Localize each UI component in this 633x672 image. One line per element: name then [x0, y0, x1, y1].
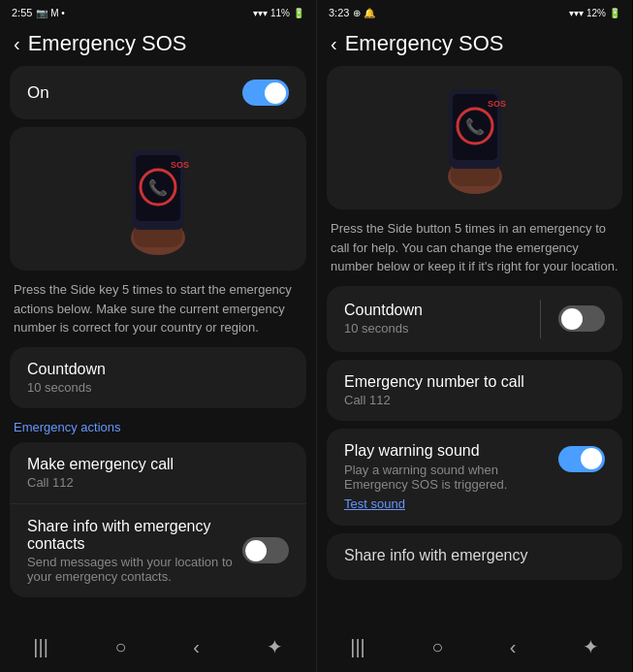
- share-emergency-title: Share info with emergency: [344, 547, 605, 564]
- share-info-title: Share info with emergency contacts: [27, 518, 242, 553]
- icons-left: 📷 M •: [36, 8, 64, 18]
- header-right: ‹ Emergency SOS: [317, 23, 632, 66]
- on-label: On: [27, 83, 49, 103]
- emergency-number-title: Emergency number to call: [344, 373, 605, 391]
- on-toggle-row[interactable]: On: [10, 66, 306, 119]
- emergency-call-sub: Call 112: [27, 475, 289, 490]
- on-toggle[interactable]: [242, 80, 289, 106]
- nav-assist-right[interactable]: ✦: [583, 635, 599, 658]
- test-sound-link[interactable]: Test sound: [344, 496, 405, 511]
- countdown-card-right[interactable]: Countdown 10 seconds: [327, 286, 622, 352]
- right-phone-panel: 3:23 ⊕ 🔔 ▾▾▾ 12% 🔋 ‹ Emergency SOS 📞 SOS: [316, 0, 632, 672]
- play-warning-toggle[interactable]: [558, 446, 605, 472]
- play-warning-sub: Play a warning sound when Emergency SOS …: [344, 463, 551, 492]
- nav-home-right[interactable]: ○: [431, 636, 443, 658]
- nav-back-left[interactable]: ‹: [193, 636, 200, 658]
- nav-recent-left[interactable]: |||: [33, 636, 48, 658]
- countdown-title-right: Countdown: [344, 302, 423, 319]
- nav-home-left[interactable]: ○: [115, 636, 127, 658]
- emergency-call-item[interactable]: Make emergency call Call 112: [10, 442, 306, 504]
- emergency-call-title: Make emergency call: [27, 456, 289, 473]
- header-left: ‹ Emergency SOS: [0, 23, 316, 66]
- countdown-card-left[interactable]: Countdown 10 seconds: [10, 347, 306, 408]
- play-warning-card: Play warning sound Play a warning sound …: [327, 429, 622, 526]
- share-emergency-card[interactable]: Share info with emergency: [327, 533, 622, 580]
- countdown-divider: [540, 300, 541, 338]
- svg-text:SOS: SOS: [488, 99, 506, 109]
- nav-assist-left[interactable]: ✦: [267, 635, 283, 658]
- battery-left: 11%: [270, 8, 290, 18]
- illustration-card-left: 📞 SOS: [10, 127, 306, 271]
- back-button-left[interactable]: ‹: [14, 33, 20, 55]
- share-info-item[interactable]: Share info with emergency contacts Send …: [10, 504, 306, 597]
- play-warning-title: Play warning sound: [344, 442, 551, 460]
- section-label-left: Emergency actions: [10, 416, 306, 434]
- bottom-nav-left: ||| ○ ‹ ✦: [0, 625, 316, 672]
- emergency-number-sub: Call 112: [344, 393, 605, 407]
- share-info-sub: Send messages with your location to your…: [27, 555, 242, 584]
- countdown-title-left: Countdown: [27, 361, 289, 378]
- countdown-sub-right: 10 seconds: [344, 321, 423, 336]
- back-button-right[interactable]: ‹: [331, 33, 337, 55]
- status-bar-left: 2:55 📷 M • ▾▾▾ 11% 🔋: [0, 0, 316, 23]
- content-right: 📞 SOS Press the Side button 5 times in a…: [317, 66, 632, 625]
- actions-card-left: Make emergency call Call 112 Share info …: [10, 442, 306, 597]
- description-left: Press the Side key 5 times to start the …: [10, 278, 306, 339]
- wifi-icon-left: ▾▾▾: [253, 8, 268, 18]
- share-info-toggle[interactable]: [242, 537, 289, 563]
- nav-recent-right[interactable]: |||: [350, 636, 365, 658]
- nav-back-right[interactable]: ‹: [510, 636, 517, 658]
- countdown-toggle-right[interactable]: [558, 305, 605, 332]
- time-left: 2:55: [12, 7, 32, 18]
- page-title-right: Emergency SOS: [345, 31, 504, 56]
- sos-illustration-right: 📞 SOS: [431, 80, 519, 196]
- page-title-left: Emergency SOS: [28, 31, 187, 56]
- icons-right: ⊕ 🔔: [353, 8, 375, 18]
- description-right: Press the Side button 5 times in an emer…: [327, 217, 622, 278]
- svg-text:SOS: SOS: [171, 160, 189, 170]
- battery-right: 12%: [586, 8, 606, 18]
- status-bar-right: 3:23 ⊕ 🔔 ▾▾▾ 12% 🔋: [317, 0, 632, 23]
- emergency-number-card[interactable]: Emergency number to call Call 112: [327, 360, 622, 421]
- illustration-card-right: 📞 SOS: [327, 66, 622, 209]
- wifi-icon-right: ▾▾▾: [569, 8, 584, 18]
- content-left: On 📞 SOS Press the Side key 5 times to s…: [0, 66, 316, 625]
- sos-illustration-left: 📞 SOS: [114, 141, 202, 257]
- left-phone-panel: 2:55 📷 M • ▾▾▾ 11% 🔋 ‹ Emergency SOS On: [0, 0, 316, 672]
- bottom-nav-right: ||| ○ ‹ ✦: [317, 625, 632, 672]
- svg-text:📞: 📞: [465, 117, 485, 136]
- time-right: 3:23: [329, 7, 349, 18]
- svg-text:📞: 📞: [148, 178, 168, 197]
- countdown-sub-left: 10 seconds: [27, 380, 289, 395]
